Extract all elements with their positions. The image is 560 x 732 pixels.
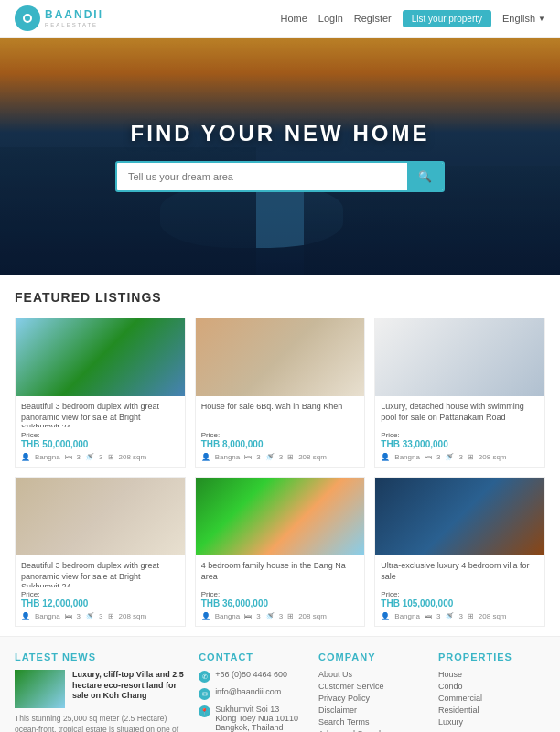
person-icon: 👤: [381, 612, 390, 620]
footer-news-title: LATEST NEWS: [15, 651, 186, 662]
bath-icon: 🚿: [265, 453, 275, 461]
listing-description: House for sale 6Bq. wah in Bang Khen: [201, 402, 360, 427]
listing-card[interactable]: 4 bedroom family house in the Bang Na ar…: [195, 477, 366, 627]
person-icon: 👤: [21, 453, 30, 461]
company-link-item[interactable]: About Us: [318, 670, 425, 679]
logo-circle-inner: [23, 14, 32, 23]
nav-home[interactable]: Home: [281, 13, 307, 24]
footer-grid: LATEST NEWS Luxury, cliff-top Villa and …: [15, 651, 545, 732]
listing-price-label: Price:: [381, 431, 539, 439]
person-icon: 👤: [21, 612, 30, 620]
featured-listings-section: FEATURED LISTINGS Beautiful 3 bedroom du…: [0, 275, 560, 636]
property-link-item[interactable]: Luxury: [438, 717, 545, 727]
listing-baths: 3: [99, 453, 102, 461]
property-link-item[interactable]: Residential: [438, 705, 545, 715]
bed-icon: 🛏: [425, 612, 432, 620]
listing-area: 208 sqm: [119, 612, 147, 620]
main-nav: Home Login Register List your property E…: [281, 10, 546, 27]
listing-price-label: Price:: [21, 590, 179, 598]
listing-card[interactable]: Luxury, detached house with swimming poo…: [374, 318, 545, 468]
contact-phone: ✆ +66 (0)80 4464 600: [199, 670, 306, 683]
listing-location: Bangna: [35, 453, 60, 461]
listing-meta: 👤 Bangna 🛏 3 🚿 3 ⊞ 208 sqm: [201, 612, 360, 620]
listing-image: [375, 478, 544, 555]
area-icon: ⊞: [468, 612, 474, 620]
listing-area: 208 sqm: [119, 453, 147, 461]
nav-login[interactable]: Login: [318, 13, 343, 24]
logo[interactable]: BAANDII REALESTATE: [15, 5, 103, 31]
email-icon: ✉: [199, 688, 210, 700]
listing-baths: 3: [279, 453, 283, 461]
list-property-button[interactable]: List your property: [403, 10, 491, 27]
listing-price: THB 105,000,000: [381, 598, 539, 608]
nav-register[interactable]: Register: [354, 13, 392, 24]
footer-news-col: LATEST NEWS Luxury, cliff-top Villa and …: [15, 651, 186, 732]
listing-meta: 👤 Bangna 🛏 3 🚿 3 ⊞ 208 sqm: [381, 612, 539, 620]
property-link-item[interactable]: House: [438, 670, 545, 679]
company-link-item[interactable]: Disclaimer: [318, 705, 425, 715]
listing-area: 208 sqm: [298, 453, 327, 461]
search-input[interactable]: [117, 164, 407, 189]
listing-meta: 👤 Bangna 🛏 3 🚿 3 ⊞ 208 sqm: [201, 453, 360, 461]
logo-circle: [15, 5, 40, 31]
listing-meta: 👤 Bangna 🛏 3 🚿 3 ⊞ 208 sqm: [381, 453, 539, 461]
properties-links: HouseCondoCommercialResidentialLuxury: [438, 670, 545, 727]
listing-price: THB 33,000,000: [381, 439, 539, 449]
person-icon: 👤: [201, 453, 210, 461]
hero-title: FIND YOUR NEW HOME: [115, 121, 445, 146]
listing-image: [196, 318, 365, 396]
listing-description: 4 bedroom family house in the Bang Na ar…: [201, 561, 360, 587]
listing-card[interactable]: Beautiful 3 bedroom duplex with great pa…: [15, 477, 186, 627]
listing-beds: 3: [436, 453, 440, 461]
language-selector[interactable]: English ▼: [502, 13, 545, 24]
footer-contact-col: CONTACT ✆ +66 (0)80 4464 600 ✉ info@baan…: [199, 651, 306, 732]
listing-price: THB 36,000,000: [201, 598, 360, 608]
listing-baths: 3: [458, 612, 462, 620]
contact-email: ✉ info@baandii.com: [199, 687, 306, 700]
person-icon: 👤: [381, 453, 390, 461]
listing-beds: 3: [77, 453, 81, 461]
property-link-item[interactable]: Commercial: [438, 694, 545, 703]
footer-news-content: Luxury, cliff-top Villa and 2.5 hectare …: [15, 670, 186, 708]
bed-icon: 🛏: [65, 612, 72, 620]
location-icon: 📍: [199, 705, 210, 717]
listing-card[interactable]: Ultra-exclusive luxury 4 bedroom villa f…: [374, 477, 545, 627]
bed-icon: 🛏: [65, 453, 72, 461]
footer-properties-title: PROPERTIES: [438, 651, 545, 662]
listing-body: Beautiful 3 bedroom duplex with great pa…: [16, 555, 185, 626]
listing-location: Bangna: [35, 612, 60, 620]
footer-company-title: COMPANY: [318, 651, 425, 662]
bed-icon: 🛏: [244, 453, 252, 461]
company-link-item[interactable]: Customer Service: [318, 682, 425, 691]
email-address: info@baandii.com: [215, 687, 281, 696]
property-link-item[interactable]: Condo: [438, 682, 545, 691]
listing-beds: 3: [256, 612, 260, 620]
listing-price-label: Price:: [201, 590, 360, 598]
listing-price-label: Price:: [21, 431, 179, 439]
listing-price: THB 12,000,000: [21, 598, 179, 608]
listing-body: 4 bedroom family house in the Bang Na ar…: [196, 555, 365, 626]
footer-company-col: COMPANY About UsCustomer ServicePrivacy …: [318, 651, 425, 732]
area-icon: ⊞: [108, 453, 114, 461]
area-icon: ⊞: [287, 612, 294, 620]
listing-baths: 3: [99, 612, 102, 620]
listing-area: 208 sqm: [298, 612, 327, 620]
person-icon: 👤: [201, 612, 210, 620]
footer-news-body: This stunning 25,000 sq meter (2.5 Hecta…: [15, 714, 186, 732]
listing-price-label: Price:: [201, 431, 360, 439]
area-icon: ⊞: [108, 612, 114, 620]
search-button[interactable]: 🔍: [407, 163, 443, 190]
listing-beds: 3: [77, 612, 81, 620]
logo-text-area: BAANDII REALESTATE: [45, 9, 103, 27]
listing-body: Beautiful 3 bedroom duplex with great pa…: [16, 396, 185, 467]
area-icon: ⊞: [468, 453, 474, 461]
company-link-item[interactable]: Privacy Policy: [318, 694, 425, 703]
listing-location: Bangna: [215, 612, 241, 620]
company-link-item[interactable]: Search Terms: [318, 717, 425, 727]
listing-image: [16, 478, 185, 555]
listing-card[interactable]: Beautiful 3 bedroom duplex with great pa…: [15, 318, 186, 468]
listing-location: Bangna: [394, 612, 420, 620]
listing-card[interactable]: House for sale 6Bq. wah in Bang Khen Pri…: [195, 318, 366, 468]
contact-address: 📍 Sukhumvit Soi 13 Klong Toey Nua 10110 …: [199, 705, 306, 732]
listing-price-label: Price:: [381, 590, 539, 598]
